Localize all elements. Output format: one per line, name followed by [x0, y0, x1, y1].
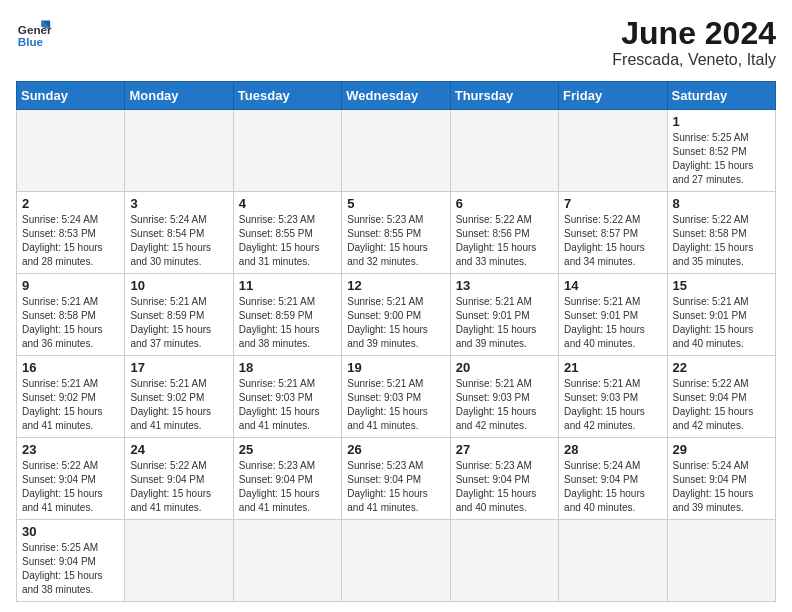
- day-number: 26: [347, 442, 444, 457]
- calendar-cell: 23Sunrise: 5:22 AM Sunset: 9:04 PM Dayli…: [17, 438, 125, 520]
- calendar-cell: 26Sunrise: 5:23 AM Sunset: 9:04 PM Dayli…: [342, 438, 450, 520]
- calendar-cell: 17Sunrise: 5:21 AM Sunset: 9:02 PM Dayli…: [125, 356, 233, 438]
- day-number: 16: [22, 360, 119, 375]
- calendar-cell: 20Sunrise: 5:21 AM Sunset: 9:03 PM Dayli…: [450, 356, 558, 438]
- week-row-5: 30Sunrise: 5:25 AM Sunset: 9:04 PM Dayli…: [17, 520, 776, 602]
- day-number: 30: [22, 524, 119, 539]
- day-number: 15: [673, 278, 770, 293]
- day-info: Sunrise: 5:25 AM Sunset: 9:04 PM Dayligh…: [22, 541, 119, 597]
- weekday-header-wednesday: Wednesday: [342, 82, 450, 110]
- weekday-header-sunday: Sunday: [17, 82, 125, 110]
- calendar-cell: 25Sunrise: 5:23 AM Sunset: 9:04 PM Dayli…: [233, 438, 341, 520]
- calendar-cell: 11Sunrise: 5:21 AM Sunset: 8:59 PM Dayli…: [233, 274, 341, 356]
- day-number: 1: [673, 114, 770, 129]
- calendar-cell: 5Sunrise: 5:23 AM Sunset: 8:55 PM Daylig…: [342, 192, 450, 274]
- day-number: 8: [673, 196, 770, 211]
- calendar-cell: [450, 520, 558, 602]
- week-row-0: 1Sunrise: 5:25 AM Sunset: 8:52 PM Daylig…: [17, 110, 776, 192]
- day-number: 27: [456, 442, 553, 457]
- calendar-cell: 4Sunrise: 5:23 AM Sunset: 8:55 PM Daylig…: [233, 192, 341, 274]
- day-info: Sunrise: 5:21 AM Sunset: 8:58 PM Dayligh…: [22, 295, 119, 351]
- weekday-header-saturday: Saturday: [667, 82, 775, 110]
- weekday-header-monday: Monday: [125, 82, 233, 110]
- week-row-4: 23Sunrise: 5:22 AM Sunset: 9:04 PM Dayli…: [17, 438, 776, 520]
- day-info: Sunrise: 5:21 AM Sunset: 8:59 PM Dayligh…: [130, 295, 227, 351]
- calendar-subtitle: Frescada, Veneto, Italy: [612, 51, 776, 69]
- calendar-cell: [233, 110, 341, 192]
- day-number: 18: [239, 360, 336, 375]
- weekday-header-friday: Friday: [559, 82, 667, 110]
- day-info: Sunrise: 5:23 AM Sunset: 8:55 PM Dayligh…: [239, 213, 336, 269]
- day-info: Sunrise: 5:21 AM Sunset: 9:01 PM Dayligh…: [456, 295, 553, 351]
- calendar-cell: 8Sunrise: 5:22 AM Sunset: 8:58 PM Daylig…: [667, 192, 775, 274]
- calendar-cell: 9Sunrise: 5:21 AM Sunset: 8:58 PM Daylig…: [17, 274, 125, 356]
- day-info: Sunrise: 5:22 AM Sunset: 9:04 PM Dayligh…: [130, 459, 227, 515]
- day-number: 19: [347, 360, 444, 375]
- day-info: Sunrise: 5:21 AM Sunset: 9:01 PM Dayligh…: [564, 295, 661, 351]
- weekday-header-tuesday: Tuesday: [233, 82, 341, 110]
- day-number: 11: [239, 278, 336, 293]
- calendar-cell: 19Sunrise: 5:21 AM Sunset: 9:03 PM Dayli…: [342, 356, 450, 438]
- calendar-cell: 28Sunrise: 5:24 AM Sunset: 9:04 PM Dayli…: [559, 438, 667, 520]
- day-info: Sunrise: 5:24 AM Sunset: 8:53 PM Dayligh…: [22, 213, 119, 269]
- day-info: Sunrise: 5:22 AM Sunset: 8:58 PM Dayligh…: [673, 213, 770, 269]
- svg-text:Blue: Blue: [18, 35, 44, 48]
- day-number: 2: [22, 196, 119, 211]
- day-info: Sunrise: 5:21 AM Sunset: 9:01 PM Dayligh…: [673, 295, 770, 351]
- day-number: 21: [564, 360, 661, 375]
- calendar-cell: [125, 520, 233, 602]
- day-number: 10: [130, 278, 227, 293]
- day-number: 28: [564, 442, 661, 457]
- day-info: Sunrise: 5:24 AM Sunset: 9:04 PM Dayligh…: [673, 459, 770, 515]
- calendar-cell: 3Sunrise: 5:24 AM Sunset: 8:54 PM Daylig…: [125, 192, 233, 274]
- calendar-cell: [667, 520, 775, 602]
- day-info: Sunrise: 5:21 AM Sunset: 9:03 PM Dayligh…: [564, 377, 661, 433]
- calendar-cell: 10Sunrise: 5:21 AM Sunset: 8:59 PM Dayli…: [125, 274, 233, 356]
- calendar-cell: 13Sunrise: 5:21 AM Sunset: 9:01 PM Dayli…: [450, 274, 558, 356]
- day-number: 25: [239, 442, 336, 457]
- day-number: 13: [456, 278, 553, 293]
- day-info: Sunrise: 5:23 AM Sunset: 9:04 PM Dayligh…: [456, 459, 553, 515]
- calendar-cell: 1Sunrise: 5:25 AM Sunset: 8:52 PM Daylig…: [667, 110, 775, 192]
- day-info: Sunrise: 5:21 AM Sunset: 9:02 PM Dayligh…: [22, 377, 119, 433]
- day-number: 29: [673, 442, 770, 457]
- calendar-title: June 2024: [612, 16, 776, 51]
- day-number: 24: [130, 442, 227, 457]
- calendar-cell: [342, 520, 450, 602]
- day-info: Sunrise: 5:22 AM Sunset: 8:57 PM Dayligh…: [564, 213, 661, 269]
- day-info: Sunrise: 5:22 AM Sunset: 9:04 PM Dayligh…: [673, 377, 770, 433]
- calendar-cell: 24Sunrise: 5:22 AM Sunset: 9:04 PM Dayli…: [125, 438, 233, 520]
- calendar-cell: 18Sunrise: 5:21 AM Sunset: 9:03 PM Dayli…: [233, 356, 341, 438]
- day-info: Sunrise: 5:21 AM Sunset: 8:59 PM Dayligh…: [239, 295, 336, 351]
- weekday-header-thursday: Thursday: [450, 82, 558, 110]
- calendar-table: SundayMondayTuesdayWednesdayThursdayFrid…: [16, 81, 776, 602]
- day-number: 23: [22, 442, 119, 457]
- day-number: 5: [347, 196, 444, 211]
- day-info: Sunrise: 5:25 AM Sunset: 8:52 PM Dayligh…: [673, 131, 770, 187]
- calendar-cell: [342, 110, 450, 192]
- calendar-cell: 16Sunrise: 5:21 AM Sunset: 9:02 PM Dayli…: [17, 356, 125, 438]
- day-info: Sunrise: 5:21 AM Sunset: 9:03 PM Dayligh…: [456, 377, 553, 433]
- calendar-cell: 15Sunrise: 5:21 AM Sunset: 9:01 PM Dayli…: [667, 274, 775, 356]
- calendar-cell: 21Sunrise: 5:21 AM Sunset: 9:03 PM Dayli…: [559, 356, 667, 438]
- logo-icon: General Blue: [16, 16, 52, 52]
- day-info: Sunrise: 5:21 AM Sunset: 9:00 PM Dayligh…: [347, 295, 444, 351]
- calendar-cell: 30Sunrise: 5:25 AM Sunset: 9:04 PM Dayli…: [17, 520, 125, 602]
- calendar-cell: 27Sunrise: 5:23 AM Sunset: 9:04 PM Dayli…: [450, 438, 558, 520]
- day-number: 4: [239, 196, 336, 211]
- day-info: Sunrise: 5:21 AM Sunset: 9:02 PM Dayligh…: [130, 377, 227, 433]
- calendar-cell: [559, 110, 667, 192]
- day-info: Sunrise: 5:23 AM Sunset: 8:55 PM Dayligh…: [347, 213, 444, 269]
- day-info: Sunrise: 5:24 AM Sunset: 8:54 PM Dayligh…: [130, 213, 227, 269]
- calendar-cell: 22Sunrise: 5:22 AM Sunset: 9:04 PM Dayli…: [667, 356, 775, 438]
- logo: General Blue: [16, 16, 52, 52]
- calendar-cell: 6Sunrise: 5:22 AM Sunset: 8:56 PM Daylig…: [450, 192, 558, 274]
- week-row-1: 2Sunrise: 5:24 AM Sunset: 8:53 PM Daylig…: [17, 192, 776, 274]
- calendar-cell: [233, 520, 341, 602]
- header: General Blue June 2024 Frescada, Veneto,…: [16, 16, 776, 69]
- day-info: Sunrise: 5:21 AM Sunset: 9:03 PM Dayligh…: [239, 377, 336, 433]
- day-number: 14: [564, 278, 661, 293]
- day-number: 17: [130, 360, 227, 375]
- day-info: Sunrise: 5:24 AM Sunset: 9:04 PM Dayligh…: [564, 459, 661, 515]
- day-info: Sunrise: 5:23 AM Sunset: 9:04 PM Dayligh…: [239, 459, 336, 515]
